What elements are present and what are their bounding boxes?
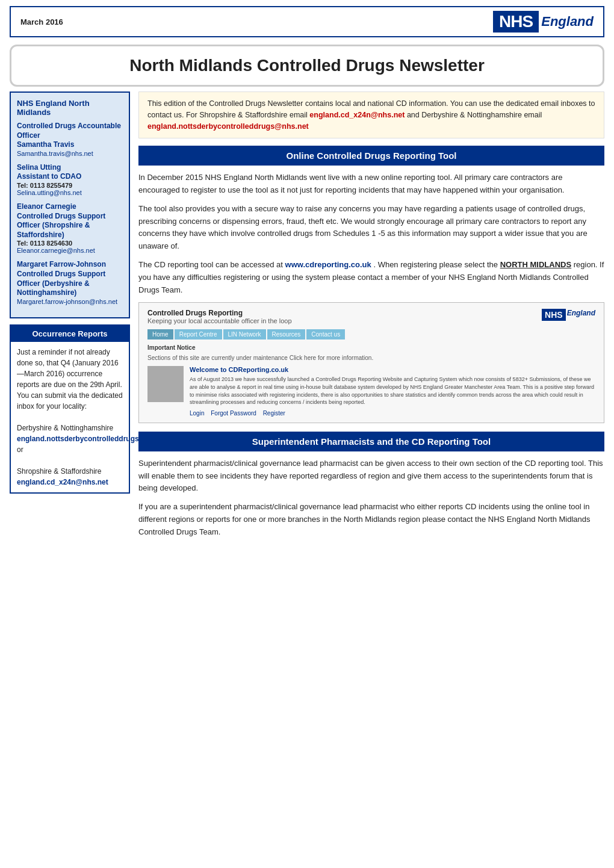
sidebar-person-2: Selina Utting Assistant to CDAO Tel: 011… [17, 163, 123, 196]
info-link1[interactable]: england.cd_x24n@nhs.net [309, 111, 405, 119]
cd-nav-lin[interactable]: LIN Network [223, 329, 266, 339]
cd-nhs-logo: NHS England [542, 309, 595, 321]
derbyshire-label: Derbyshire & Nottinghamshire england.not… [17, 423, 123, 455]
top-bar: March 2016 NHS England [10, 6, 604, 37]
section2: Superintendent Pharmacists and the CD Re… [138, 432, 604, 539]
cd-nav-home[interactable]: Home [147, 329, 173, 339]
cd-screenshot-header: Controlled Drugs Reporting Keeping your … [147, 309, 595, 324]
occurrence-box: Occurrence Reports Just a reminder if no… [10, 324, 130, 494]
cd-welcome-content: Welcome to CDReporting.co.uk As of Augus… [190, 366, 595, 416]
nhs-box: NHS [493, 11, 539, 33]
cd-notice: Important Notice [147, 344, 595, 351]
sidebar-box-title: NHS England North Midlands [17, 99, 123, 117]
person2-email[interactable]: Selina.utting@nhs.net [17, 189, 123, 196]
sidebar: NHS England North Midlands Controlled Dr… [10, 91, 130, 545]
cd-login-row: Login Forgot Password Register [190, 410, 595, 417]
person1-email[interactable]: Samantha.travis@nhs.net [17, 150, 123, 157]
occurrence-title: Occurrence Reports [11, 326, 129, 342]
info-link2[interactable]: england.nottsderbycontrolleddrugs@nhs.ne… [147, 122, 309, 131]
cd-login-btn[interactable]: Login [190, 410, 204, 417]
info-box: This edition of the Controlled Drugs New… [138, 91, 604, 138]
cd-screenshot: Controlled Drugs Reporting Keeping your … [138, 302, 604, 423]
person2-tel: Tel: 0113 8255479 [17, 182, 123, 189]
cd-forgot-btn[interactable]: Forgot Password [211, 410, 256, 417]
person4-email[interactable]: Margaret.farrow-johnson@nhs.net [17, 298, 123, 305]
cd-image-placeholder [147, 366, 184, 402]
section2-para1: Superintendent pharmacist/clinical gover… [138, 457, 604, 495]
cd-nhs-box: NHS [542, 309, 566, 321]
section1-para3: The CD reporting tool can be accessed at… [138, 259, 604, 296]
main-title: North Midlands Controlled Drugs Newslett… [23, 56, 591, 75]
main-title-container: North Midlands Controlled Drugs Newslett… [10, 45, 604, 87]
section1-para1: In December 2015 NHS England North Midla… [138, 172, 604, 197]
info-text2: and Derbyshire & Nottinghamshire email [405, 111, 542, 119]
person3-role: Controlled Drugs Support Officer (Shrops… [17, 212, 123, 240]
nhs-logo: NHS England [493, 11, 594, 33]
section1-para2: The tool also provides you with a secure… [138, 203, 604, 253]
person4-role: Controlled Drugs Support Officer (Derbys… [17, 270, 123, 298]
main-content: This edition of the Controlled Drugs New… [138, 91, 604, 545]
sidebar-person-1: Controlled Drugs Accountable Officer Sam… [17, 122, 123, 157]
cd-screenshot-subtitle: Keeping your local accountable officer i… [147, 317, 292, 324]
sidebar-nhs-box: NHS England North Midlands Controlled Dr… [10, 91, 130, 318]
occurrence-body: Just a reminder if not already done so, … [11, 342, 129, 492]
cd-welcome-heading: Welcome to CDReporting.co.uk [190, 366, 595, 373]
section2-title: Superintendent Pharmacists and the CD Re… [138, 432, 604, 451]
cd-nav-resources[interactable]: Resources [267, 329, 306, 339]
shropshire-label: Shropshire & Staffordshire england.cd_x2… [17, 466, 123, 488]
person1-name: Controlled Drugs Accountable Officer Sam… [17, 122, 123, 150]
para3-post: . When registering please select the [371, 260, 500, 269]
section1-title: Online Controlled Drugs Reporting Tool [138, 146, 604, 166]
person3-name: Eleanor Carnegie [17, 202, 123, 212]
occurrence-text: Just a reminder if not already done so, … [17, 347, 123, 412]
nhs-england-label: England [541, 15, 594, 28]
person4-name: Margaret Farrow-Johnson [17, 260, 123, 270]
cd-england: England [567, 309, 595, 317]
sidebar-person-4: Margaret Farrow-Johnson Controlled Drugs… [17, 260, 123, 305]
cd-screenshot-title: Controlled Drugs Reporting [147, 309, 292, 317]
cd-welcome-row: Welcome to CDReporting.co.uk As of Augus… [147, 366, 595, 416]
para3-pre: The CD reporting tool can be accessed at [138, 260, 285, 269]
shropshire-link[interactable]: england.cd_x24n@nhs.net [17, 478, 108, 486]
or-label: or [17, 445, 23, 454]
sidebar-person-3: Eleanor Carnegie Controlled Drugs Suppor… [17, 202, 123, 254]
body-layout: NHS England North Midlands Controlled Dr… [10, 91, 604, 545]
cd-nav-contact[interactable]: Contact us [306, 329, 345, 339]
cd-header-left: Controlled Drugs Reporting Keeping your … [147, 309, 292, 324]
person3-email[interactable]: Eleanor.carnegie@nhs.net [17, 247, 123, 254]
cd-nav: Home Report Centre LIN Network Resources… [147, 329, 595, 339]
date-label: March 2016 [20, 17, 63, 26]
cd-welcome-text: As of August 2013 we have successfully l… [190, 376, 595, 406]
person2-role: Assistant to CDAO [17, 172, 123, 182]
para3-region: NORTH MIDLANDS [500, 260, 571, 269]
section2-para2: If you are a superintendent pharmacist/c… [138, 501, 604, 538]
cd-register-btn[interactable]: Register [263, 410, 285, 417]
person2-name: Selina Utting [17, 163, 123, 173]
cd-notice-sub: Sections of this site are currently unde… [147, 355, 595, 361]
cd-nav-report[interactable]: Report Centre [175, 329, 222, 339]
para3-link[interactable]: www.cdreporting.co.uk [285, 260, 371, 269]
person3-tel: Tel: 0113 8254630 [17, 240, 123, 247]
